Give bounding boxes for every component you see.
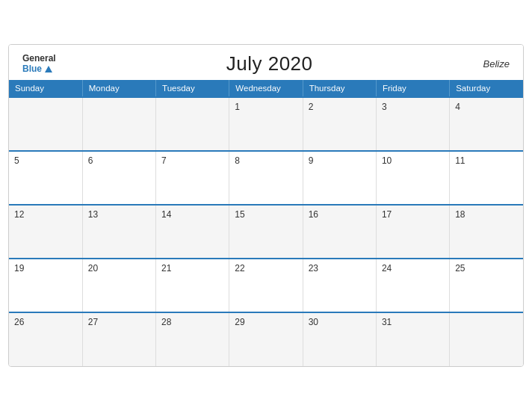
day-number: 3 xyxy=(382,102,387,112)
day-number: 30 xyxy=(309,317,318,327)
weekday-header-row: Sunday Monday Tuesday Wednesday Thursday… xyxy=(9,80,523,97)
calendar-day-cell: 18 xyxy=(450,205,523,259)
day-number: 27 xyxy=(88,317,98,327)
calendar-day-cell: 3 xyxy=(376,97,449,151)
calendar-day-cell xyxy=(156,97,229,151)
calendar-day-cell: 28 xyxy=(156,312,229,366)
day-number: 21 xyxy=(161,263,171,274)
calendar-day-cell: 15 xyxy=(229,205,303,259)
day-number: 25 xyxy=(455,263,465,274)
day-number: 18 xyxy=(455,209,465,220)
calendar-day-cell: 7 xyxy=(156,151,229,205)
calendar-day-cell: 13 xyxy=(82,205,155,259)
header-sunday: Sunday xyxy=(9,80,82,97)
day-number: 28 xyxy=(161,317,171,327)
calendar-day-cell: 11 xyxy=(450,151,523,205)
header-saturday: Saturday xyxy=(450,80,523,97)
day-number: 26 xyxy=(14,317,24,327)
calendar: General Blue July 2020 Belize Sunday Mon… xyxy=(8,44,524,367)
calendar-day-cell: 22 xyxy=(229,259,303,312)
calendar-day-cell: 26 xyxy=(9,312,82,366)
day-number: 23 xyxy=(309,263,318,274)
calendar-day-cell: 24 xyxy=(376,259,449,312)
logo-general-text: General xyxy=(22,54,56,64)
logo: General Blue xyxy=(22,54,56,74)
calendar-country: Belize xyxy=(483,58,510,69)
day-number: 24 xyxy=(382,263,392,274)
calendar-day-cell: 14 xyxy=(156,205,229,259)
calendar-day-cell: 1 xyxy=(229,97,303,151)
day-number: 22 xyxy=(235,263,244,274)
calendar-day-cell: 12 xyxy=(9,205,82,259)
header-monday: Monday xyxy=(82,80,155,97)
calendar-day-cell: 21 xyxy=(156,259,229,312)
logo-triangle-icon xyxy=(45,66,52,72)
calendar-day-cell xyxy=(450,312,523,366)
calendar-day-cell: 17 xyxy=(376,205,449,259)
calendar-day-cell: 2 xyxy=(303,97,376,151)
calendar-week-row: 262728293031 xyxy=(9,312,523,366)
header-wednesday: Wednesday xyxy=(229,80,303,97)
header-tuesday: Tuesday xyxy=(156,80,229,97)
calendar-table: Sunday Monday Tuesday Wednesday Thursday… xyxy=(9,80,523,366)
day-number: 4 xyxy=(455,102,460,112)
header-thursday: Thursday xyxy=(303,80,376,97)
day-number: 13 xyxy=(88,209,98,220)
day-number: 1 xyxy=(235,102,240,112)
day-number: 5 xyxy=(14,155,19,166)
calendar-day-cell: 9 xyxy=(303,151,376,205)
day-number: 31 xyxy=(382,317,392,327)
calendar-day-cell: 5 xyxy=(9,151,82,205)
calendar-day-cell: 6 xyxy=(82,151,155,205)
calendar-day-cell: 31 xyxy=(376,312,449,366)
header-friday: Friday xyxy=(376,80,449,97)
calendar-week-row: 19202122232425 xyxy=(9,259,523,312)
calendar-week-row: 12131415161718 xyxy=(9,205,523,259)
calendar-day-cell: 8 xyxy=(229,151,303,205)
day-number: 11 xyxy=(455,155,465,166)
day-number: 6 xyxy=(88,155,93,166)
day-number: 12 xyxy=(14,209,24,220)
calendar-header: General Blue July 2020 Belize xyxy=(9,45,523,80)
calendar-day-cell: 23 xyxy=(303,259,376,312)
day-number: 14 xyxy=(161,209,171,220)
calendar-week-row: 1234 xyxy=(9,97,523,151)
day-number: 17 xyxy=(382,209,392,220)
calendar-day-cell: 20 xyxy=(82,259,155,312)
calendar-day-cell: 10 xyxy=(376,151,449,205)
calendar-week-row: 567891011 xyxy=(9,151,523,205)
calendar-day-cell: 4 xyxy=(450,97,523,151)
calendar-day-cell: 30 xyxy=(303,312,376,366)
calendar-day-cell: 16 xyxy=(303,205,376,259)
calendar-day-cell: 25 xyxy=(450,259,523,312)
calendar-day-cell: 27 xyxy=(82,312,155,366)
day-number: 9 xyxy=(309,155,314,166)
day-number: 20 xyxy=(88,263,98,274)
day-number: 16 xyxy=(309,209,318,220)
day-number: 15 xyxy=(235,209,244,220)
logo-blue-text: Blue xyxy=(22,64,52,74)
calendar-day-cell: 29 xyxy=(229,312,303,366)
calendar-day-cell xyxy=(82,97,155,151)
day-number: 2 xyxy=(309,102,314,112)
day-number: 8 xyxy=(235,155,240,166)
day-number: 7 xyxy=(161,155,167,166)
day-number: 19 xyxy=(14,263,24,274)
day-number: 29 xyxy=(235,317,244,327)
calendar-day-cell: 19 xyxy=(9,259,82,312)
calendar-title: July 2020 xyxy=(226,52,313,75)
calendar-day-cell xyxy=(9,97,82,151)
day-number: 10 xyxy=(382,155,392,166)
